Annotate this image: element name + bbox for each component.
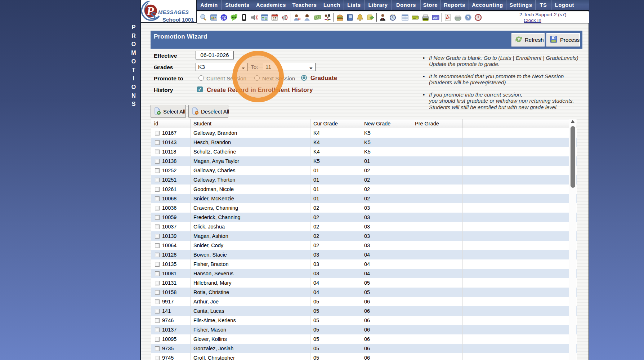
svg-text:S: S: [150, 10, 156, 21]
svg-text:A/P: A/P: [433, 16, 438, 19]
svg-text:MESSAGES: MESSAGES: [158, 9, 189, 15]
svg-text:17: 17: [273, 16, 277, 20]
svg-text:School 1001: School 1001: [162, 17, 194, 23]
svg-text:@: @: [222, 14, 227, 20]
svg-text:?: ?: [467, 15, 469, 20]
